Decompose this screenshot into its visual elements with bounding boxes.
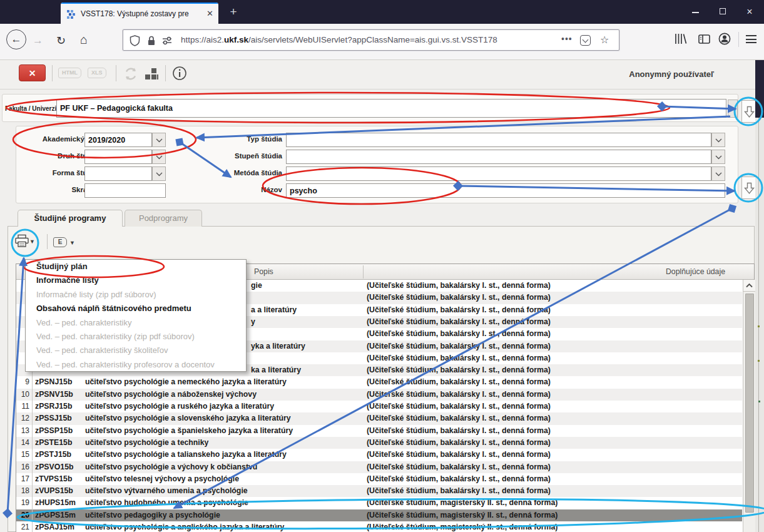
study-type-dropdown-button[interactable] bbox=[711, 133, 725, 147]
row-number: 16 bbox=[16, 461, 33, 473]
url-text[interactable]: https://ais2.ukf.sk/ais/servlets/WebUISe… bbox=[181, 35, 556, 44]
table-row[interactable]: 21zPSAJ15mučiteľstvo psychológie a angli… bbox=[16, 521, 742, 532]
study-type-input[interactable] bbox=[286, 133, 711, 147]
program-extra-info: (Učiteľské štúdium, bakalársky I. st., d… bbox=[367, 461, 551, 473]
abbreviation-input[interactable] bbox=[84, 183, 166, 198]
pocket-icon[interactable] bbox=[580, 35, 591, 46]
print-menu-popup: Študijný plánInformačné listyInformačné … bbox=[25, 259, 247, 372]
window-minimize-button[interactable] bbox=[683, 0, 708, 24]
name-filter-picker-button[interactable] bbox=[741, 176, 756, 199]
menu-hamburger-icon[interactable] bbox=[746, 35, 756, 43]
scrollbar-up-button[interactable] bbox=[743, 280, 755, 292]
program-extra-info: (Učiteľské štúdium, bakalársky I. st., d… bbox=[367, 473, 551, 485]
reload-button[interactable]: ↻ bbox=[56, 34, 66, 48]
browser-navbar: ← → ↻ ⌂ https://ais2.ukf.sk/ais/servlets… bbox=[0, 24, 764, 60]
print-menu-item: Ved. – ped. charakteristiky (zip pdf súb… bbox=[26, 330, 246, 344]
table-row[interactable]: 9zPSNJ15bučiteľstvo psychológie a nemeck… bbox=[16, 376, 742, 388]
program-name: učiteľstvo telesnej výchovy a psychológi… bbox=[85, 473, 239, 485]
academic-year-dropdown-button[interactable] bbox=[152, 133, 166, 147]
account-icon[interactable] bbox=[718, 33, 731, 45]
export-e-icon: E bbox=[53, 237, 67, 247]
table-row[interactable]: 16zPSVO15bučiteľstvo psychológie a výcho… bbox=[16, 461, 742, 473]
column-header-popis[interactable]: Popis bbox=[254, 267, 273, 276]
table-row[interactable]: 14zPSTE15bučiteľstvo psychológie a techn… bbox=[16, 437, 742, 449]
study-form-dropdown-button[interactable] bbox=[152, 166, 166, 181]
table-row[interactable]: 12zPSSJ15bučiteľstvo psychológie a slove… bbox=[16, 412, 742, 424]
table-row[interactable]: 13zPSSP15bučiteľstvo psychológie a špani… bbox=[16, 425, 742, 437]
program-name: učiteľstvo psychológie a náboženskej výc… bbox=[85, 389, 257, 401]
url-bar[interactable]: https://ais2.ukf.sk/ais/servlets/WebUISe… bbox=[123, 29, 619, 51]
faculty-picker-button[interactable] bbox=[741, 100, 756, 123]
table-scrollbar[interactable] bbox=[743, 280, 755, 532]
table-row[interactable]: 10zPSNV15bučiteľstvo psychológie a nábož… bbox=[16, 389, 742, 401]
library-icon[interactable] bbox=[675, 33, 687, 44]
academic-year-input[interactable] bbox=[84, 133, 152, 147]
faculty-input[interactable] bbox=[56, 99, 726, 118]
print-menu-item[interactable]: Informačné listy bbox=[26, 274, 246, 287]
print-menu-item[interactable]: Obsahová náplň štátnicového predmetu bbox=[26, 302, 246, 315]
tab-podprogramy[interactable]: Podprogramy bbox=[125, 210, 202, 227]
background-window-edge bbox=[755, 60, 764, 118]
export-html-button[interactable]: HTML bbox=[58, 68, 81, 78]
program-extra-info: (Učiteľské štúdium, magisterský II. st.,… bbox=[367, 521, 558, 532]
forward-button[interactable]: → bbox=[33, 34, 43, 47]
bookmark-star-icon[interactable]: ☆ bbox=[600, 34, 609, 46]
structure-blocks-icon[interactable] bbox=[144, 66, 159, 81]
back-button[interactable]: ← bbox=[6, 29, 26, 49]
faculty-mini-button[interactable] bbox=[728, 100, 738, 118]
table-row[interactable]: 11zPSRJ15bučiteľstvo psychológie a ruské… bbox=[16, 401, 742, 412]
program-extra-info: (Učiteľské štúdium, bakalársky I. st., d… bbox=[367, 304, 551, 316]
table-row[interactable]: 20zPGPS15mučiteľstvo pedagogiky a psycho… bbox=[16, 509, 742, 521]
permissions-icon[interactable] bbox=[162, 35, 172, 46]
study-form-input[interactable] bbox=[84, 166, 152, 181]
navbar-separator bbox=[738, 32, 739, 47]
program-extra-info: (Učiteľské štúdium, bakalársky I. st., d… bbox=[367, 364, 551, 376]
program-extra-info: (Učiteľské štúdium, bakalársky I. st., d… bbox=[367, 316, 551, 328]
program-extra-info: (Učiteľské štúdium, bakalársky I. st., d… bbox=[367, 280, 551, 292]
program-name: gie bbox=[251, 280, 262, 292]
window-maximize-button[interactable] bbox=[711, 0, 736, 24]
row-number: 11 bbox=[16, 401, 33, 412]
table-row[interactable]: 18zVUPS15bučiteľstvo výtvarného umenia a… bbox=[16, 485, 742, 497]
program-code: zPSSP15b bbox=[35, 425, 73, 437]
export-xls-button[interactable]: XLS bbox=[88, 68, 106, 78]
logged-user-label: Anonymný používateľ bbox=[629, 69, 714, 79]
browser-tab[interactable]: VSST178: Výstupné zostavy pre ✕ bbox=[61, 3, 218, 24]
program-name: učiteľstvo hudobného umenia a psychológi… bbox=[85, 497, 248, 509]
column-header-doplnujuce[interactable]: Doplňujúce údaje bbox=[666, 267, 725, 276]
new-tab-button[interactable]: + bbox=[225, 4, 242, 20]
study-method-dropdown-button[interactable] bbox=[711, 166, 725, 181]
table-row[interactable]: 17zTVPS15bučiteľstvo telesnej výchovy a … bbox=[16, 473, 742, 485]
lock-icon[interactable] bbox=[146, 35, 156, 46]
row-number: 15 bbox=[16, 449, 33, 461]
print-menu-item[interactable]: Študijný plán bbox=[26, 260, 246, 274]
window-close-button[interactable]: × bbox=[737, 0, 762, 24]
table-row[interactable]: 15zPSTJ15bučiteľstvo psychológie a talia… bbox=[16, 449, 742, 461]
app-close-button[interactable]: ✕ bbox=[19, 64, 46, 81]
tab-close-icon[interactable]: ✕ bbox=[206, 9, 213, 18]
refresh-icon[interactable] bbox=[123, 66, 139, 82]
study-kind-input[interactable] bbox=[84, 150, 152, 164]
export-split-button[interactable]: E▼ bbox=[53, 236, 75, 247]
program-extra-info: (Učiteľské štúdium, bakalársky I. st., d… bbox=[367, 389, 551, 401]
name-filter-input[interactable] bbox=[286, 183, 725, 198]
program-code: zPSVO15b bbox=[35, 461, 74, 473]
table-row[interactable]: 19zHUPS15mučiteľstvo hudobného umenia a … bbox=[16, 497, 742, 509]
print-split-button[interactable]: ▼ bbox=[14, 234, 35, 248]
scrollbar-thumb[interactable] bbox=[745, 294, 754, 513]
desktop-edge-strip bbox=[755, 60, 764, 532]
print-caret-icon: ▼ bbox=[29, 238, 35, 245]
url-overflow-indicator[interactable]: ••• bbox=[561, 34, 573, 44]
program-extra-info: (Učiteľské štúdium, bakalársky I. st., d… bbox=[367, 352, 551, 364]
browser-titlebar: VSST178: Výstupné zostavy pre ✕ + × bbox=[0, 0, 764, 24]
home-button[interactable]: ⌂ bbox=[80, 33, 88, 47]
shield-icon[interactable] bbox=[130, 35, 140, 46]
study-kind-dropdown-button[interactable] bbox=[152, 150, 166, 164]
study-degree-dropdown-button[interactable] bbox=[711, 150, 725, 164]
program-code: zHUPS15m bbox=[35, 497, 76, 509]
tab-studijne-programy[interactable]: Študijné programy bbox=[18, 210, 123, 227]
study-degree-input[interactable] bbox=[286, 150, 711, 164]
info-icon[interactable] bbox=[171, 65, 188, 81]
study-method-input[interactable] bbox=[286, 166, 711, 181]
sidebar-toggle-icon[interactable] bbox=[698, 34, 710, 44]
